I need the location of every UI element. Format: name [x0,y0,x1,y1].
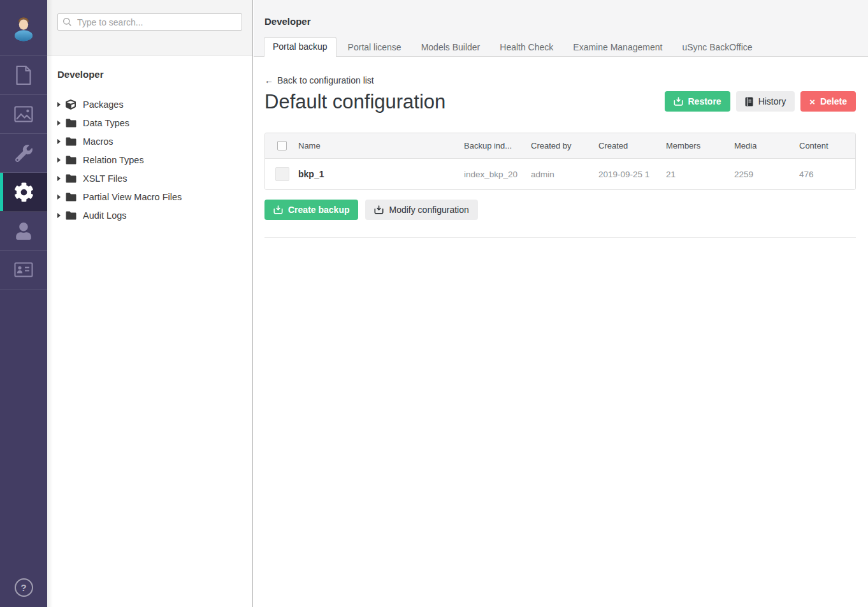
document-icon [15,65,32,85]
caret-right-icon[interactable] [57,121,61,126]
create-backup-icon [273,205,283,215]
tree-item-xslt-files[interactable]: XSLT Files [57,169,242,187]
tree-heading: Developer [57,69,242,80]
tab-portal-backup[interactable]: Portal backup [264,37,336,57]
cell-created-by: admin [531,170,598,179]
page-section-title: Developer [264,16,311,27]
restore-icon [674,97,683,106]
app-sections-bar: ? [0,0,47,607]
tab-content: ← Back to configuration list Default con… [254,57,868,238]
section-members[interactable] [0,251,47,289]
id-card-icon [14,262,33,277]
column-header-media[interactable]: Media [734,141,799,150]
person-icon [16,223,31,240]
package-icon [66,99,76,110]
tab-models-builder[interactable]: Models Builder [413,38,489,57]
cell-name[interactable]: bkp_1 [298,169,464,179]
cell-created: 2019-09-25 1 [598,170,666,179]
tree-item-label: Data Types [83,118,129,128]
section-developer[interactable] [0,173,47,212]
content-divider [264,237,856,238]
active-section-indicator [0,173,3,211]
tree-item-label: Partial View Macro Files [83,192,182,202]
tree-item-label: Packages [83,99,124,110]
back-to-configuration-link[interactable]: ← Back to configuration list [264,75,374,85]
tree-item-label: Audit Logs [83,210,127,221]
folder-icon [66,173,76,184]
section-tree: Developer Packages Data Types [47,55,252,224]
help-button[interactable]: ? [15,578,33,597]
footer-buttons: Create backup Modify configuration [264,200,856,220]
search-box[interactable] [57,13,242,31]
table-header-row: Name Backup ind... Created by Created Me… [265,133,855,159]
folder-icon [66,210,76,221]
caret-right-icon[interactable] [57,213,61,218]
action-buttons: Restore History × [665,90,857,112]
navigation-panel: Developer Packages Data Types [47,0,253,607]
cell-backup-index: index_bkp_20 [464,170,531,179]
umbraco-backoffice: ? Developer [0,0,868,607]
section-content[interactable] [0,56,47,95]
modify-configuration-icon [374,205,384,215]
delete-button[interactable]: × Delete [800,91,856,112]
search-input[interactable] [76,17,237,28]
section-media[interactable] [0,95,47,134]
page-title: Default configuration [264,91,445,113]
table-row[interactable]: bkp_1 index_bkp_20 admin 2019-09-25 1 21… [265,159,855,189]
caret-right-icon[interactable] [57,176,61,181]
folder-icon [66,136,76,147]
restore-button[interactable]: Restore [665,91,730,112]
tree-item-relation-types[interactable]: Relation Types [57,150,242,169]
folder-icon [66,155,76,165]
column-header-backup-index[interactable]: Backup ind... [464,141,531,150]
column-header-name[interactable]: Name [298,141,464,150]
tree-item-label: Macros [83,136,113,147]
tree-item-packages[interactable]: Packages [57,95,242,113]
section-settings[interactable] [0,134,47,173]
column-header-content[interactable]: Content [799,141,855,150]
close-icon: × [809,97,815,106]
search-icon [62,17,72,27]
tree-item-data-types[interactable]: Data Types [57,113,242,132]
tree-item-audit-logs[interactable]: Audit Logs [57,206,242,224]
main-header: Developer Portal backup Portal license M… [254,0,868,57]
tab-usync-backoffice[interactable]: uSync BackOffice [674,38,760,57]
tab-examine-management[interactable]: Examine Management [565,38,670,57]
select-all-checkbox[interactable] [277,141,287,150]
image-icon [14,106,33,122]
folder-icon [66,192,76,202]
column-header-members[interactable]: Members [666,141,734,150]
back-link-label: Back to configuration list [277,75,374,85]
caret-right-icon[interactable] [57,157,61,163]
gear-icon [14,182,34,202]
backup-table: Name Backup ind... Created by Created Me… [264,133,856,190]
column-header-created[interactable]: Created [598,141,666,150]
history-icon [745,97,753,106]
cell-media: 2259 [734,170,799,179]
avatar [10,14,37,42]
tree-item-partial-view-macro-files[interactable]: Partial View Macro Files [57,187,242,206]
column-header-created-by[interactable]: Created by [531,141,598,150]
caret-right-icon[interactable] [57,102,61,107]
main-area: Developer Portal backup Portal license M… [254,0,868,607]
caret-right-icon[interactable] [57,139,61,144]
tree-item-label: Relation Types [83,155,144,165]
section-users[interactable] [0,212,47,251]
back-arrow-icon: ← [264,75,273,85]
tree-item-macros[interactable]: Macros [57,132,242,150]
cell-content: 476 [799,170,855,179]
wrench-icon [15,145,33,162]
tab-bar: Portal backup Portal license Models Buil… [264,37,764,57]
create-backup-button[interactable]: Create backup [264,200,358,220]
history-button[interactable]: History [736,91,795,112]
tab-health-check[interactable]: Health Check [491,38,561,57]
caret-right-icon[interactable] [57,194,61,200]
current-user-avatar[interactable] [0,0,47,56]
tree-item-label: XSLT Files [83,173,127,184]
modify-configuration-button[interactable]: Modify configuration [365,200,477,220]
search-area [47,0,252,55]
cell-members: 21 [666,170,734,179]
folder-icon [66,118,76,128]
tab-portal-license[interactable]: Portal license [340,38,410,57]
row-checkbox[interactable] [275,167,289,181]
